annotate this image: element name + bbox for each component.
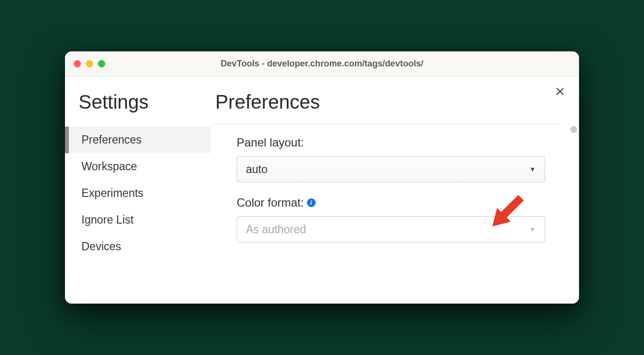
sidebar-item-label: Ignore List bbox=[81, 213, 133, 226]
preferences-panel: Preferences Panel layout: auto ▼ Color f… bbox=[210, 77, 579, 304]
minimize-window-button[interactable] bbox=[86, 60, 93, 67]
sidebar-item-experiments[interactable]: Experiments bbox=[65, 180, 210, 207]
titlebar: DevTools - developer.chrome.com/tags/dev… bbox=[65, 51, 579, 77]
window-title: DevTools - developer.chrome.com/tags/dev… bbox=[65, 59, 579, 69]
label-text: Color format: bbox=[237, 196, 304, 210]
sidebar-item-workspace[interactable]: Workspace bbox=[65, 153, 210, 180]
chevron-down-icon: ▼ bbox=[529, 165, 536, 173]
color-format-select[interactable]: As authored ▼ bbox=[237, 216, 545, 242]
devtools-settings-window: DevTools - developer.chrome.com/tags/dev… bbox=[65, 51, 579, 304]
select-value: As authored bbox=[246, 223, 306, 236]
sidebar-heading: Settings bbox=[79, 91, 210, 113]
info-icon[interactable]: i bbox=[307, 198, 316, 207]
scrollbar-thumb[interactable] bbox=[570, 126, 577, 133]
select-value: auto bbox=[246, 163, 268, 176]
sidebar-item-label: Devices bbox=[81, 240, 121, 253]
panel-layout-select[interactable]: auto ▼ bbox=[237, 156, 545, 182]
scrollbar[interactable] bbox=[570, 126, 577, 299]
sidebar-item-label: Experiments bbox=[81, 187, 144, 199]
form-section: Panel layout: auto ▼ Color format: i As … bbox=[215, 136, 560, 242]
label-text: Panel layout: bbox=[237, 136, 304, 149]
sidebar-item-preferences[interactable]: Preferences bbox=[65, 127, 210, 153]
sidebar-item-label: Preferences bbox=[81, 133, 142, 146]
color-format-label: Color format: i bbox=[237, 196, 545, 210]
chevron-down-icon: ▼ bbox=[529, 226, 536, 233]
panel-heading: Preferences bbox=[215, 91, 560, 113]
sidebar-item-ignore-list[interactable]: Ignore List bbox=[65, 207, 210, 233]
settings-sidebar: Settings Preferences Workspace Experimen… bbox=[65, 77, 210, 304]
content-area: ✕ Settings Preferences Workspace Experim… bbox=[65, 77, 579, 304]
panel-layout-label: Panel layout: bbox=[237, 136, 545, 149]
sidebar-item-label: Workspace bbox=[81, 160, 137, 173]
traffic-lights bbox=[74, 60, 105, 67]
maximize-window-button[interactable] bbox=[98, 60, 105, 67]
close-window-button[interactable] bbox=[74, 60, 81, 67]
sidebar-item-devices[interactable]: Devices bbox=[65, 233, 210, 260]
divider bbox=[215, 124, 560, 124]
